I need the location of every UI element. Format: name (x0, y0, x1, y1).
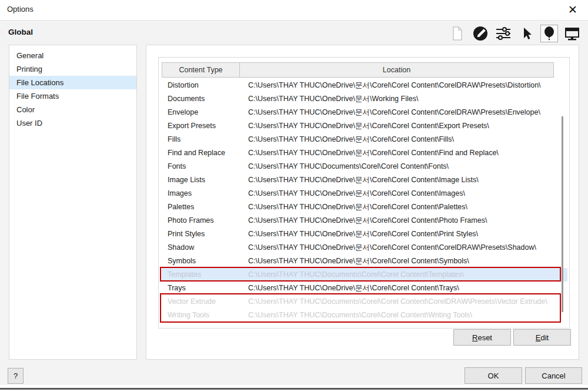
sidebar-item-general[interactable]: General (9, 49, 136, 62)
content-type-cell: Fills (168, 133, 245, 146)
content-type-cell: Photo Frames (168, 214, 245, 227)
location-cell: C:\Users\THAY THUC\OneDrive\문서\Corel\Cor… (245, 241, 567, 254)
table-row[interactable]: Export Presets C:\Users\THAY THUC\OneDri… (162, 119, 567, 133)
content-type-cell: Shadow (168, 241, 245, 254)
sidebar-item-user-id[interactable]: User ID (9, 116, 136, 130)
location-cell: C:\Users\THAY THUC\OneDrive\문서\Corel\Cor… (245, 146, 567, 160)
location-cell: C:\Users\THAY THUC\OneDrive\문서\Corel\Cor… (245, 254, 567, 268)
table-row[interactable]: Vector Extrude C:\Users\THAY THUC\Docume… (162, 295, 567, 309)
table-rows: Distortion C:\Users\THAY THUC\OneDrive\문… (162, 79, 567, 322)
column-header-location[interactable]: Location (239, 62, 554, 78)
table-row[interactable]: Documents C:\Users\THAY THUC\OneDrive\문서… (162, 92, 567, 106)
table-row[interactable]: Envelope C:\Users\THAY THUC\OneDrive\문서\… (162, 106, 567, 119)
sidebar-item-printing[interactable]: Printing (9, 62, 136, 76)
content-type-cell: Image Lists (168, 173, 245, 187)
sidebar-item-file-formats[interactable]: File Formats (9, 89, 136, 103)
location-cell: C:\Users\THAY THUC\OneDrive\문서\Corel\Cor… (245, 106, 567, 119)
window-title: Options (7, 5, 34, 14)
location-cell: C:\Users\THAY THUC\Documents\Corel\Corel… (245, 309, 567, 322)
table-row[interactable]: Symbols C:\Users\THAY THUC\OneDrive\문서\C… (162, 254, 567, 268)
location-cell: C:\Users\THAY THUC\Documents\Corel\Corel… (245, 268, 567, 282)
content-type-cell: Trays (168, 282, 245, 295)
content-type-cell: Writing Tools (168, 309, 245, 322)
help-button[interactable]: ? (8, 368, 24, 384)
ok-button[interactable]: OK (465, 367, 522, 384)
content-type-cell: Symbols (168, 254, 245, 268)
content-type-cell: Distortion (168, 79, 245, 92)
page-title: Global (8, 28, 33, 36)
category-toolbar (449, 24, 581, 43)
content-type-cell: Print Styles (168, 227, 245, 241)
table-row[interactable]: Find and Replace C:\Users\THAY THUC\OneD… (162, 146, 567, 160)
vertical-scrollbar[interactable] (562, 116, 563, 312)
cursor-icon[interactable] (517, 25, 535, 42)
table-row[interactable]: Writing Tools C:\Users\THAY THUC\Documen… (162, 309, 567, 322)
location-cell: C:\Users\THAY THUC\OneDrive\문서\Corel\Cor… (245, 227, 567, 241)
content-type-cell: Palettes (168, 200, 245, 214)
table-row[interactable]: Templates C:\Users\THAY THUC\Documents\C… (162, 268, 567, 282)
options-dialog-body: Global (0, 20, 588, 385)
content-type-cell: Find and Replace (168, 146, 245, 160)
table-row[interactable]: Fills C:\Users\THAY THUC\OneDrive\문서\Cor… (162, 133, 567, 146)
table-row[interactable]: Trays C:\Users\THAY THUC\OneDrive\문서\Cor… (162, 282, 567, 295)
content-type-cell: Fonts (168, 160, 245, 173)
cancel-button[interactable]: Cancel (525, 367, 582, 384)
table-row[interactable]: Print Styles C:\Users\THAY THUC\OneDrive… (162, 227, 567, 241)
content-type-cell: Templates (168, 268, 245, 282)
table-row[interactable]: Fonts C:\Users\THAY THUC\Documents\Corel… (162, 160, 567, 173)
location-cell: C:\Users\THAY THUC\OneDrive\문서\Corel\Cor… (245, 214, 567, 227)
edit-button[interactable]: Edit (513, 329, 571, 346)
content-type-cell: Documents (168, 92, 245, 106)
sidebar-item-file-locations[interactable]: File Locations (9, 76, 136, 89)
location-cell: C:\Users\THAY THUC\Documents\Corel\Corel… (245, 295, 567, 309)
location-cell: C:\Users\THAY THUC\OneDrive\문서\Corel\Cor… (245, 173, 567, 187)
table-row[interactable]: Images C:\Users\THAY THUC\OneDrive\문서\Co… (162, 187, 567, 200)
location-cell: C:\Users\THAY THUC\OneDrive\문서\Working F… (245, 92, 567, 106)
file-locations-table: Content Type Location Distortion C:\User… (158, 57, 570, 329)
file-locations-panel: Content Type Location Distortion C:\User… (146, 45, 579, 360)
location-cell: C:\Users\THAY THUC\OneDrive\문서\Corel\Cor… (245, 119, 567, 133)
location-cell: C:\Users\THAY THUC\OneDrive\문서\Corel\Cor… (245, 200, 567, 214)
table-row[interactable]: Distortion C:\Users\THAY THUC\OneDrive\문… (162, 79, 567, 92)
close-icon[interactable]: ✕ (564, 2, 581, 18)
location-cell: C:\Users\THAY THUC\OneDrive\문서\Corel\Cor… (245, 79, 567, 92)
sliders-icon[interactable] (495, 25, 512, 42)
content-type-cell: Images (168, 187, 245, 200)
table-header: Content Type Location (162, 62, 554, 78)
monitor-icon[interactable] (563, 25, 581, 42)
column-header-content-type[interactable]: Content Type (162, 62, 240, 78)
table-row[interactable]: Shadow C:\Users\THAY THUC\OneDrive\문서\Co… (162, 241, 567, 254)
content-type-cell: Export Presets (168, 119, 245, 133)
location-cell: C:\Users\THAY THUC\OneDrive\문서\Corel\Cor… (245, 133, 567, 146)
sidebar-item-color[interactable]: Color (9, 103, 136, 116)
window-bottom-edge (0, 388, 588, 390)
location-cell: C:\Users\THAY THUC\Documents\Corel\Corel… (245, 160, 567, 173)
content-type-cell: Envelope (168, 106, 245, 119)
title-bar: Options ✕ (0, 0, 588, 20)
table-row[interactable]: Image Lists C:\Users\THAY THUC\OneDrive\… (162, 173, 567, 187)
reset-button[interactable]: Reset (453, 329, 511, 346)
pen-circle-icon[interactable] (472, 25, 489, 42)
document-icon[interactable] (449, 25, 466, 42)
table-row[interactable]: Photo Frames C:\Users\THAY THUC\OneDrive… (162, 214, 567, 227)
location-cell: C:\Users\THAY THUC\OneDrive\문서\Corel\Cor… (245, 187, 567, 200)
location-cell: C:\Users\THAY THUC\OneDrive\문서\Corel\Cor… (245, 282, 567, 295)
balloon-icon[interactable] (540, 25, 558, 42)
table-row[interactable]: Palettes C:\Users\THAY THUC\OneDrive\문서\… (162, 200, 567, 214)
content-type-cell: Vector Extrude (168, 295, 245, 309)
options-category-list: General Printing File Locations File For… (9, 45, 137, 360)
